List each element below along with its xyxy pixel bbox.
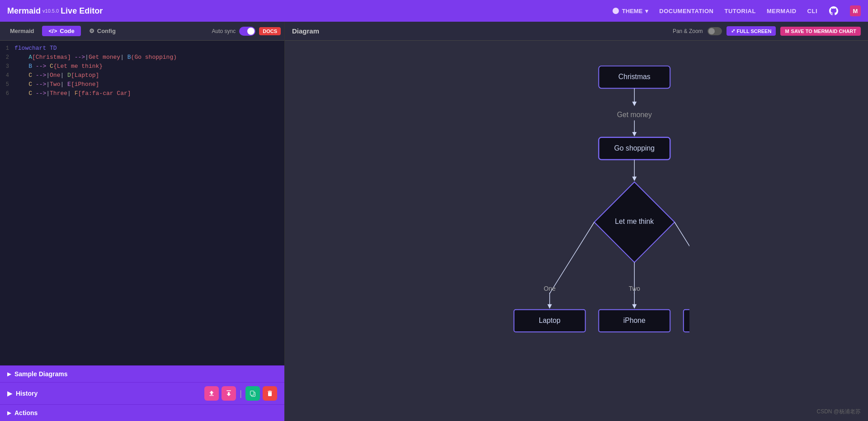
- diagram-controls: Pan & Zoom ⤢ FULL SCREEN M SAVE TO MERMA…: [673, 26, 861, 36]
- code-line-3: 3 B --> C{Let me think}: [0, 62, 284, 71]
- auto-sync-label: Auto sync: [212, 28, 236, 34]
- theme-button[interactable]: THEME ▾: [612, 7, 649, 14]
- auto-sync-toggle[interactable]: [239, 27, 255, 36]
- mermaid-tab-label: Mermaid: [10, 28, 34, 34]
- line-num-4: 4: [0, 72, 14, 79]
- theme-label: THEME: [622, 8, 643, 14]
- fullscreen-label: FULL SCREEN: [737, 28, 772, 34]
- actions-header[interactable]: ▶ Actions: [0, 405, 284, 421]
- left-panel: Mermaid </> Code ⚙ Config Auto sync DOCS…: [0, 22, 285, 421]
- laptop-node-text: Laptop: [539, 316, 561, 324]
- pan-zoom-toggle[interactable]: [708, 27, 722, 35]
- nav-links: THEME ▾ DOCUMENTATION TUTORIAL MERMAID C…: [612, 5, 861, 16]
- actions-panel: ▶ Actions: [0, 404, 284, 421]
- sample-diagrams-panel: ▶ Sample Diagrams: [0, 365, 284, 382]
- arrow-iphone-head: [632, 304, 637, 308]
- code-line-2: 2 A[Christmas] -->|Get money| B(Go shopp…: [0, 53, 284, 62]
- code-line-5: 5 C -->|Two| E[iPhone]: [0, 80, 284, 90]
- sample-diagrams-label: Sample Diagrams: [14, 370, 68, 378]
- app-brand: Mermaid v10.5.0 Live Editor: [7, 6, 103, 16]
- history-download-button[interactable]: [222, 386, 236, 401]
- history-separator: |: [240, 389, 242, 398]
- pan-zoom-label: Pan & Zoom: [673, 28, 703, 34]
- sample-diagrams-header[interactable]: ▶ Sample Diagrams: [0, 366, 284, 382]
- top-nav: Mermaid v10.5.0 Live Editor THEME ▾ DOCU…: [0, 0, 868, 22]
- history-label: ▶ History: [7, 390, 38, 397]
- right-panel: Diagram Pan & Zoom ⤢ FULL SCREEN M SAVE …: [285, 22, 868, 421]
- flowchart-svg: Christmas Get money Go shopping Let me t…: [463, 61, 689, 401]
- line-num-2: 2: [0, 54, 14, 61]
- code-lines: 1 flowchart TD 2 A[Christmas] -->|Get mo…: [0, 41, 284, 102]
- svg-line-7: [550, 222, 594, 293]
- history-buttons: |: [204, 386, 277, 401]
- code-line-1: 1 flowchart TD: [0, 44, 284, 53]
- go-shopping-node-text: Go shopping: [614, 144, 655, 151]
- app-version: v10.5.0: [42, 8, 59, 14]
- svg-rect-15: [684, 309, 689, 331]
- docs-button[interactable]: DOCS: [259, 27, 281, 35]
- code-icon: </>: [48, 28, 57, 34]
- arrow2-head: [632, 132, 637, 136]
- line-content-5: C -->|Two| E[iPhone]: [14, 81, 284, 88]
- arrow-laptop-head: [547, 304, 552, 308]
- theme-chevron-icon: ▾: [645, 8, 648, 14]
- mermaid-link[interactable]: MERMAID: [767, 8, 797, 14]
- app-subtitle: Live Editor: [61, 6, 103, 16]
- line-num-6: 6: [0, 90, 14, 97]
- cli-link[interactable]: CLI: [807, 8, 817, 14]
- config-tab-label: Config: [97, 28, 116, 34]
- documentation-link[interactable]: DOCUMENTATION: [659, 8, 713, 14]
- tutorial-link[interactable]: TUTORIAL: [724, 8, 755, 14]
- app-name: Mermaid: [7, 6, 41, 16]
- fullscreen-icon: ⤢: [731, 28, 735, 34]
- history-delete-button[interactable]: [263, 386, 277, 401]
- history-chevron-icon: ▶: [7, 390, 12, 397]
- let-me-think-node-text: Let me think: [615, 218, 654, 225]
- save-mermaid-label: SAVE TO MERMAID CHART: [791, 28, 856, 34]
- save-mermaid-button[interactable]: M SAVE TO MERMAID CHART: [780, 27, 861, 36]
- line-content-4: C -->|One| D[Laptop]: [14, 72, 284, 79]
- history-text: History: [16, 390, 38, 397]
- line-num-5: 5: [0, 81, 14, 88]
- code-editor[interactable]: 1 flowchart TD 2 A[Christmas] -->|Get mo…: [0, 41, 284, 365]
- line-content-1: flowchart TD: [14, 45, 284, 52]
- actions-chevron-icon: ▶: [7, 410, 11, 416]
- mermaid-chart-icon[interactable]: M: [850, 5, 861, 16]
- mermaid-save-icon: M: [785, 28, 789, 34]
- line-num-3: 3: [0, 63, 14, 70]
- mermaid-tab[interactable]: Mermaid: [4, 26, 40, 36]
- config-tab[interactable]: ⚙ Config: [83, 26, 122, 36]
- svg-rect-1: [250, 391, 254, 395]
- christmas-node-text: Christmas: [618, 72, 651, 80]
- line-content-3: B --> C{Let me think}: [14, 63, 284, 70]
- watermark-text: CSDN @杨浦老苏: [816, 408, 861, 416]
- history-panel: ▶ History |: [0, 383, 284, 404]
- editor-tabs: Mermaid </> Code ⚙ Config Auto sync DOCS: [0, 22, 284, 41]
- iphone-node-text: iPhone: [623, 316, 646, 324]
- one-label-text: One: [544, 284, 556, 292]
- github-icon[interactable]: [828, 5, 839, 16]
- auto-sync-area: Auto sync DOCS: [212, 27, 281, 36]
- get-money-node-text: Get money: [617, 110, 652, 118]
- bottom-panels: ▶ Sample Diagrams ▶ History: [0, 365, 284, 421]
- line-num-1: 1: [0, 45, 14, 52]
- diagram-title: Diagram: [292, 27, 319, 35]
- config-icon: ⚙: [89, 28, 94, 34]
- code-tab-label: Code: [60, 28, 75, 34]
- fullscreen-button[interactable]: ⤢ FULL SCREEN: [726, 26, 776, 36]
- line-content-2: A[Christmas] -->|Get money| B(Go shoppin…: [14, 54, 284, 61]
- diagram-canvas: Christmas Get money Go shopping Let me t…: [285, 41, 868, 421]
- line-content-6: C -->|Three| F[fa:fa-car Car]: [14, 90, 284, 97]
- actions-label: Actions: [14, 409, 38, 416]
- two-label-text: Two: [629, 284, 641, 292]
- diagram-header: Diagram Pan & Zoom ⤢ FULL SCREEN M SAVE …: [285, 22, 868, 41]
- history-upload-button[interactable]: [204, 386, 219, 401]
- history-panel-container: ▶ History |: [0, 382, 284, 404]
- arrow3-head: [632, 176, 637, 181]
- arrow1-head: [632, 101, 637, 106]
- svg-line-9: [675, 222, 689, 293]
- history-copy-button[interactable]: [245, 386, 260, 401]
- sample-diagrams-chevron-icon: ▶: [7, 371, 11, 377]
- main-layout: Mermaid </> Code ⚙ Config Auto sync DOCS…: [0, 22, 868, 421]
- code-tab[interactable]: </> Code: [42, 26, 80, 36]
